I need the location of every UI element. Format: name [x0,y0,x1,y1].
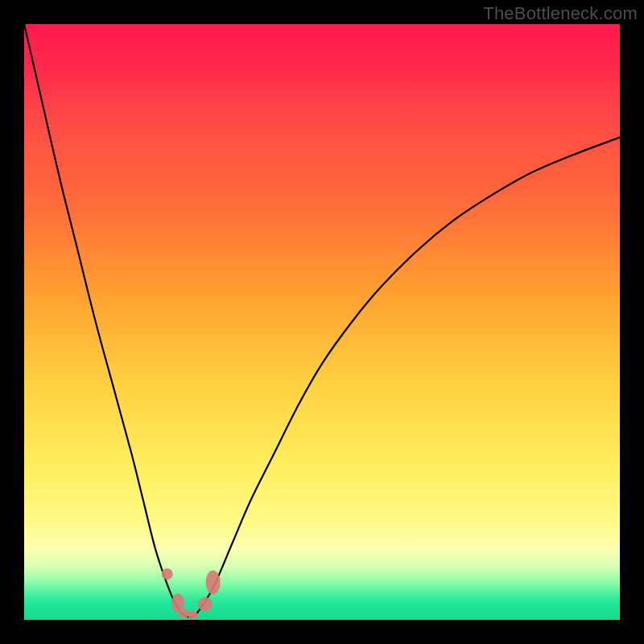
attribution-text: TheBottleneck.com [483,3,638,24]
curve-marker-5 [206,570,221,594]
plot-area [24,24,620,620]
curve-marker-3 [188,610,197,620]
curve-marker-2 [179,609,188,619]
curve-layer [24,24,620,620]
curve-marker-0 [162,568,173,580]
curve-marker-4 [198,597,213,612]
bottleneck-curve [24,24,620,617]
chart-frame: TheBottleneck.com [0,0,644,644]
